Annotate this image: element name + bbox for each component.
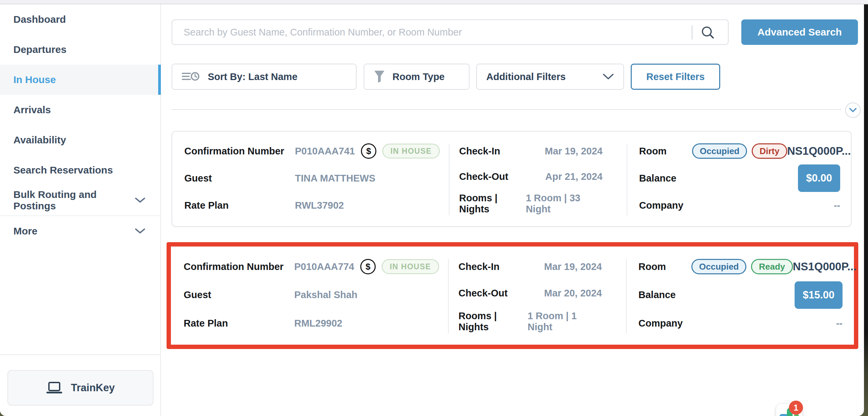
sidebar-item-label: Search Reservations [13, 164, 113, 176]
stay-dates-column: Check-In Mar 19, 2024 Check-Out Apr 21, … [449, 132, 627, 226]
chevron-down-icon [135, 228, 146, 234]
balance-button[interactable]: $15.00 [795, 281, 842, 309]
room-status-pill: Occupied [692, 143, 747, 159]
chevron-down-icon [602, 73, 614, 80]
room-label: Room [639, 261, 689, 272]
stay-dates-column: Check-In Mar 19, 2024 Check-Out Mar 20, … [448, 247, 626, 344]
search-bar [172, 20, 728, 45]
laptop-icon [46, 381, 62, 394]
guest-label: Guest [184, 173, 295, 184]
sidebar-nav: Dashboard Departures In House Arrivals A… [0, 4, 160, 246]
confirmation-number-label: Confirmation Number [184, 146, 295, 157]
guest-row: Guest TINA MATTHEWS [172, 169, 449, 188]
room-row: Room Occupied Ready NS1Q000P... [626, 257, 853, 276]
rate-plan-label: Rate Plan [184, 200, 295, 211]
sidebar-item-search-reservations[interactable]: Search Reservations [0, 155, 160, 185]
confirmation-number-label: Confirmation Number [184, 261, 294, 272]
check-in-row: Check-In Mar 19, 2024 [448, 257, 626, 276]
guest-row: Guest Pakshal Shah [172, 286, 448, 305]
company-row: Company -- [627, 196, 851, 215]
rate-plan-row: Rate Plan RWL37902 [172, 196, 449, 215]
rooms-nights-label: Rooms | Nights [459, 311, 527, 332]
reset-filters-button[interactable]: Reset Filters [631, 64, 720, 90]
housekeeping-status-pill: Dirty [752, 143, 787, 159]
sidebar-item-label: In House [13, 74, 56, 86]
sidebar-item-departures[interactable]: Departures [0, 34, 160, 65]
app-window: Dashboard Departures In House Arrivals A… [0, 0, 864, 416]
chevron-down-icon [849, 108, 857, 113]
filter-funnel-icon [374, 70, 385, 84]
highlight-frame: Confirmation Number P010AAA774 IN HOUSE … [166, 242, 858, 349]
room-type-label: Room Type [393, 71, 445, 83]
section-divider [172, 109, 841, 110]
company-value: -- [834, 200, 840, 211]
sidebar-item-more[interactable]: More [0, 215, 160, 246]
check-in-label: Check-In [459, 261, 499, 272]
additional-filters-label: Additional Filters [486, 71, 566, 83]
sidebar-item-in-house[interactable]: In House [0, 65, 160, 95]
room-balance-column: Room Occupied Ready NS1Q000P... Balance … [626, 247, 853, 344]
room-balance-column: Room Occupied Dirty NS1Q000P... Balance … [627, 132, 851, 226]
reservation-info-column: Confirmation Number P010AAA741 IN HOUSE … [172, 132, 449, 226]
company-row: Company -- [626, 314, 853, 332]
balance-label: Balance [639, 173, 689, 184]
guest-value: Pakshal Shah [294, 289, 358, 300]
reservation-card-highlighted[interactable]: Confirmation Number P010AAA774 IN HOUSE … [172, 247, 853, 344]
housekeeping-status-pill: Ready [751, 259, 793, 274]
room-number: NS1Q000P... [793, 260, 857, 273]
advanced-search-button[interactable]: Advanced Search [741, 20, 858, 45]
sidebar-item-dashboard[interactable]: Dashboard [0, 4, 160, 34]
collapse-section-button[interactable] [845, 102, 861, 118]
check-in-label: Check-In [459, 146, 500, 157]
check-in-row: Check-In Mar 19, 2024 [449, 142, 627, 160]
company-label: Company [639, 200, 689, 211]
dollar-circle-icon[interactable] [361, 143, 376, 159]
sort-by-dropdown[interactable]: Sort By: Last Name [172, 64, 356, 90]
balance-label: Balance [639, 289, 689, 300]
status-badge: IN HOUSE [382, 259, 439, 274]
trainkey-button[interactable]: TrainKey [7, 370, 154, 406]
check-in-value: Mar 19, 2024 [544, 261, 602, 272]
rate-plan-value: RWL37902 [295, 200, 344, 211]
room-status-pill: Occupied [691, 259, 746, 274]
company-label: Company [639, 318, 689, 329]
reservation-card[interactable]: Confirmation Number P010AAA741 IN HOUSE … [172, 131, 851, 227]
rooms-nights-row: Rooms | Nights 1 Room | 1 Night [448, 311, 626, 332]
sidebar-footer-divider [0, 354, 160, 355]
dollar-circle-icon[interactable] [360, 259, 376, 274]
sort-by-label: Sort By: Last Name [208, 71, 298, 83]
check-in-value: Mar 19, 2024 [545, 146, 602, 157]
sidebar: Dashboard Departures In House Arrivals A… [0, 4, 161, 416]
sidebar-item-label: Departures [13, 44, 66, 55]
search-divider [692, 26, 692, 39]
check-out-label: Check-Out [459, 288, 508, 299]
sidebar-item-label: Dashboard [13, 14, 66, 25]
rooms-nights-value: 1 Room | 33 Night [526, 193, 602, 215]
rate-plan-value: RML29902 [294, 318, 342, 329]
status-badge: IN HOUSE [382, 144, 440, 158]
check-out-value: Mar 20, 2024 [544, 288, 602, 299]
confirmation-number-value: P010AAA774 [294, 261, 354, 272]
guest-label: Guest [184, 289, 294, 300]
room-label: Room [639, 146, 689, 157]
rooms-nights-row: Rooms | Nights 1 Room | 33 Night [449, 193, 627, 215]
sidebar-item-availability[interactable]: Availability [0, 125, 160, 155]
notification-badge: 1 [789, 401, 803, 415]
additional-filters-dropdown[interactable]: Additional Filters [476, 64, 624, 90]
room-type-dropdown[interactable]: Room Type [364, 64, 469, 90]
room-row: Room Occupied Dirty NS1Q000P... [627, 142, 851, 160]
confirmation-number-value: P010AAA741 [295, 146, 355, 157]
confirmation-row: Confirmation Number P010AAA774 IN HOUSE [172, 257, 448, 276]
search-input[interactable] [172, 20, 728, 44]
sidebar-item-label: Bulk Routing and Postings [13, 189, 135, 212]
balance-button[interactable]: $0.00 [798, 164, 840, 192]
sidebar-item-label: Arrivals [13, 104, 51, 116]
check-out-row: Check-Out Apr 21, 2024 [449, 167, 627, 186]
rate-plan-label: Rate Plan [184, 318, 294, 329]
sidebar-item-label: Availability [13, 134, 66, 146]
guest-value: TINA MATTHEWS [295, 173, 375, 184]
sidebar-item-bulk-routing[interactable]: Bulk Routing and Postings [0, 185, 160, 215]
sort-icon [182, 71, 200, 83]
search-icon[interactable] [701, 26, 715, 40]
sidebar-item-arrivals[interactable]: Arrivals [0, 95, 160, 125]
